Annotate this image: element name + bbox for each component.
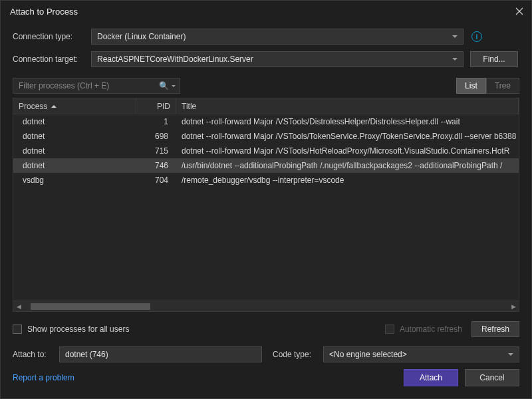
- view-list-button[interactable]: List: [456, 78, 486, 94]
- scrollbar-thumb[interactable]: [31, 303, 150, 310]
- connection-target-label: Connection target:: [13, 55, 91, 64]
- show-all-users-checkbox[interactable]: [13, 325, 22, 334]
- cell-pid: 746: [136, 161, 176, 170]
- refresh-button[interactable]: Refresh: [471, 321, 519, 337]
- cell-title: dotnet --roll-forward Major /VSTools/Tok…: [176, 132, 519, 141]
- table-row[interactable]: vsdbg704/remote_debugger/vsdbg --interpr…: [13, 173, 519, 188]
- cell-title: dotnet --roll-forward Major /VSTools/Dis…: [176, 117, 519, 126]
- scroll-right-icon[interactable]: ▶: [509, 303, 517, 311]
- code-type-label: Code type:: [273, 350, 323, 359]
- dialog-title: Attach to Process: [10, 7, 514, 17]
- cell-process: dotnet: [13, 161, 136, 170]
- chevron-down-icon: [452, 35, 458, 38]
- filter-input[interactable]: Filter processes (Ctrl + E) 🔍: [13, 78, 180, 94]
- automatic-refresh-checkbox[interactable]: [385, 325, 394, 334]
- view-tree-button[interactable]: Tree: [486, 78, 519, 94]
- process-table: Process PID Title dotnet1dotnet --roll-f…: [13, 98, 519, 312]
- cell-pid: 715: [136, 146, 176, 156]
- attach-button[interactable]: Attach: [404, 369, 458, 386]
- filter-options-dropdown-icon[interactable]: [172, 85, 176, 87]
- sort-ascending-icon: [51, 105, 57, 108]
- titlebar: Attach to Process: [1, 1, 531, 21]
- column-header-title[interactable]: Title: [176, 98, 519, 114]
- cell-pid: 704: [136, 176, 176, 185]
- close-icon[interactable]: [514, 6, 525, 17]
- cell-title: /remote_debugger/vsdbg --interpreter=vsc…: [176, 176, 519, 185]
- cell-pid: 1: [136, 117, 176, 126]
- cell-title: dotnet --roll-forward Major /VSTools/Hot…: [176, 146, 519, 156]
- cell-pid: 698: [136, 132, 176, 141]
- chevron-down-icon: [508, 353, 513, 356]
- attach-to-label: Attach to:: [13, 350, 59, 359]
- connection-type-dropdown[interactable]: Docker (Linux Container): [91, 29, 464, 45]
- cell-process: vsdbg: [13, 176, 136, 185]
- table-row[interactable]: dotnet746/usr/bin/dotnet --additionalPro…: [13, 158, 519, 173]
- cell-process: dotnet: [13, 146, 136, 156]
- connection-target-value: ReactASPNETCoreWithDockerLinux.Server: [97, 55, 253, 64]
- attach-to-input[interactable]: [59, 346, 262, 362]
- cancel-button[interactable]: Cancel: [465, 369, 519, 386]
- cell-title: /usr/bin/dotnet --additionalProbingPath …: [176, 161, 519, 170]
- report-problem-link[interactable]: Report a problem: [13, 373, 74, 382]
- code-type-dropdown[interactable]: <No engine selected>: [323, 346, 519, 362]
- search-icon[interactable]: 🔍: [156, 81, 169, 90]
- table-row[interactable]: dotnet698dotnet --roll-forward Major /VS…: [13, 129, 519, 144]
- filter-placeholder: Filter processes (Ctrl + E): [19, 81, 156, 90]
- table-row[interactable]: dotnet1dotnet --roll-forward Major /VSTo…: [13, 114, 519, 129]
- scroll-left-icon[interactable]: ◀: [15, 303, 23, 311]
- code-type-value: <No engine selected>: [329, 350, 407, 359]
- connection-type-value: Docker (Linux Container): [97, 32, 186, 41]
- cell-process: dotnet: [13, 117, 136, 126]
- column-header-pid[interactable]: PID: [136, 98, 176, 114]
- connection-type-label: Connection type:: [13, 32, 91, 41]
- show-all-users-label[interactable]: Show processes for all users: [27, 325, 129, 334]
- column-header-process[interactable]: Process: [13, 98, 136, 114]
- cell-process: dotnet: [13, 132, 136, 141]
- chevron-down-icon: [452, 58, 458, 61]
- connection-target-dropdown[interactable]: ReactASPNETCoreWithDockerLinux.Server: [91, 51, 464, 67]
- info-icon[interactable]: i: [471, 31, 482, 42]
- table-row[interactable]: dotnet715dotnet --roll-forward Major /VS…: [13, 144, 519, 158]
- find-button[interactable]: Find...: [470, 51, 518, 67]
- attach-to-process-dialog: Attach to Process Connection type: Docke…: [0, 0, 532, 399]
- automatic-refresh-label: Automatic refresh: [400, 325, 462, 334]
- horizontal-scrollbar[interactable]: ◀ ▶: [13, 301, 519, 311]
